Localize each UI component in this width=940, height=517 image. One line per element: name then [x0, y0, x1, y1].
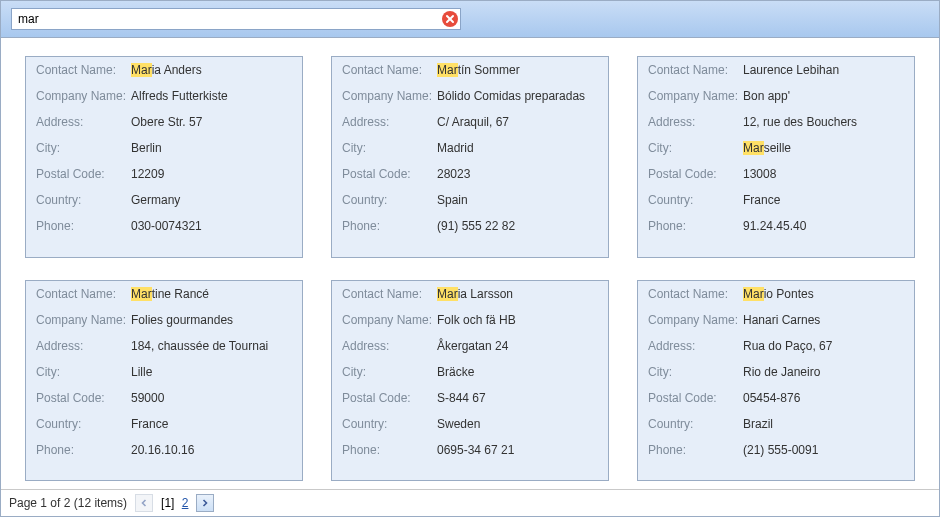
card-row-contact-name: Contact Name:Laurence Lebihan: [638, 57, 914, 83]
card-value: 20.16.10.16: [131, 442, 292, 458]
card-label: Contact Name:: [36, 62, 131, 78]
card-value: 13008: [743, 166, 904, 182]
card-value: Maria Anders: [131, 62, 292, 78]
pager-next-button[interactable]: [196, 494, 214, 512]
card-label: Postal Code:: [342, 390, 437, 406]
card-label: Company Name:: [342, 88, 437, 104]
card-row-city: City:Berlin: [26, 135, 302, 161]
highlight: Mar: [131, 63, 152, 77]
card-row-company-name: Company Name:Alfreds Futterkiste: [26, 83, 302, 109]
card-row-city: City:Bräcke: [332, 359, 608, 385]
card-value: Folies gourmandes: [131, 312, 292, 328]
card-row-postal-code: Postal Code:59000: [26, 385, 302, 411]
card-value: Brazil: [743, 416, 904, 432]
card-row-postal-code: Postal Code:S-844 67: [332, 385, 608, 411]
card-label: Postal Code:: [36, 390, 131, 406]
contact-card[interactable]: Contact Name:Maria LarssonCompany Name:F…: [331, 280, 609, 482]
card-row-address: Address:Åkergatan 24: [332, 333, 608, 359]
card-label: Address:: [36, 114, 131, 130]
card-value: Martine Rancé: [131, 286, 292, 302]
clear-search-button[interactable]: [442, 11, 458, 27]
card-label: Contact Name:: [342, 62, 437, 78]
card-row-city: City:Madrid: [332, 135, 608, 161]
card-row-contact-name: Contact Name:Martine Rancé: [26, 281, 302, 307]
pager: Page 1 of 2 (12 items) [1] 2: [1, 489, 939, 516]
card-value: Laurence Lebihan: [743, 62, 904, 78]
card-value: France: [743, 192, 904, 208]
card-row-phone: Phone:030-0074321: [26, 213, 302, 239]
search-input[interactable]: [11, 8, 461, 30]
card-label: Company Name:: [36, 312, 131, 328]
card-row-country: Country:Brazil: [638, 411, 914, 437]
card-row-contact-name: Contact Name:Mario Pontes: [638, 281, 914, 307]
contact-card[interactable]: Contact Name:Laurence LebihanCompany Nam…: [637, 56, 915, 258]
card-row-company-name: Company Name:Bólido Comidas preparadas: [332, 83, 608, 109]
card-label: Postal Code:: [648, 390, 743, 406]
card-value: (21) 555-0091: [743, 442, 904, 458]
card-value: France: [131, 416, 292, 432]
card-label: Country:: [342, 416, 437, 432]
card-label: Phone:: [36, 442, 131, 458]
card-label: Phone:: [342, 442, 437, 458]
card-label: Contact Name:: [648, 62, 743, 78]
card-row-postal-code: Postal Code:05454-876: [638, 385, 914, 411]
card-value: Berlin: [131, 140, 292, 156]
card-row-country: Country:France: [26, 411, 302, 437]
card-row-address: Address:12, rue des Bouchers: [638, 109, 914, 135]
highlight: Mar: [437, 63, 458, 77]
card-value: Marseille: [743, 140, 904, 156]
card-label: Address:: [342, 338, 437, 354]
card-label: Postal Code:: [342, 166, 437, 182]
card-value: Bólido Comidas preparadas: [437, 88, 598, 104]
card-row-company-name: Company Name:Bon app': [638, 83, 914, 109]
card-value: 184, chaussée de Tournai: [131, 338, 292, 354]
chevron-left-icon: [140, 499, 148, 507]
card-label: Country:: [342, 192, 437, 208]
contact-card[interactable]: Contact Name:Martín SommerCompany Name:B…: [331, 56, 609, 258]
contact-card[interactable]: Contact Name:Maria AndersCompany Name:Al…: [25, 56, 303, 258]
search-input-wrap: [11, 8, 461, 30]
card-label: Address:: [342, 114, 437, 130]
card-row-address: Address:Obere Str. 57: [26, 109, 302, 135]
pager-page-1[interactable]: [1]: [159, 496, 176, 510]
pager-status: Page 1 of 2 (12 items): [9, 496, 127, 510]
card-label: Postal Code:: [648, 166, 743, 182]
card-label: Company Name:: [342, 312, 437, 328]
card-row-company-name: Company Name:Folies gourmandes: [26, 307, 302, 333]
card-row-address: Address:184, chaussée de Tournai: [26, 333, 302, 359]
close-icon: [445, 14, 455, 24]
card-value: Rio de Janeiro: [743, 364, 904, 380]
card-label: Company Name:: [36, 88, 131, 104]
app-root: Contact Name:Maria AndersCompany Name:Al…: [0, 0, 940, 517]
contact-card[interactable]: Contact Name:Martine RancéCompany Name:F…: [25, 280, 303, 482]
card-label: Company Name:: [648, 88, 743, 104]
card-row-phone: Phone:20.16.10.16: [26, 437, 302, 463]
card-value: Martín Sommer: [437, 62, 598, 78]
pager-prev-button[interactable]: [135, 494, 153, 512]
card-row-postal-code: Postal Code:28023: [332, 161, 608, 187]
card-label: Phone:: [342, 218, 437, 234]
card-label: Contact Name:: [342, 286, 437, 302]
card-value: 28023: [437, 166, 598, 182]
card-label: Address:: [648, 114, 743, 130]
card-value: C/ Araquil, 67: [437, 114, 598, 130]
card-label: City:: [36, 140, 131, 156]
card-value: 59000: [131, 390, 292, 406]
card-row-city: City:Lille: [26, 359, 302, 385]
card-value: Bon app': [743, 88, 904, 104]
card-value: 12209: [131, 166, 292, 182]
highlight: Mar: [131, 287, 152, 301]
card-value: Maria Larsson: [437, 286, 598, 302]
card-row-postal-code: Postal Code:12209: [26, 161, 302, 187]
card-label: Country:: [36, 416, 131, 432]
card-value: Åkergatan 24: [437, 338, 598, 354]
card-row-postal-code: Postal Code:13008: [638, 161, 914, 187]
card-row-country: Country:Germany: [26, 187, 302, 213]
pager-page-2[interactable]: 2: [180, 496, 191, 510]
card-value: Folk och fä HB: [437, 312, 598, 328]
card-label: City:: [342, 140, 437, 156]
card-label: Address:: [648, 338, 743, 354]
card-value: Spain: [437, 192, 598, 208]
chevron-right-icon: [201, 499, 209, 507]
contact-card[interactable]: Contact Name:Mario PontesCompany Name:Ha…: [637, 280, 915, 482]
